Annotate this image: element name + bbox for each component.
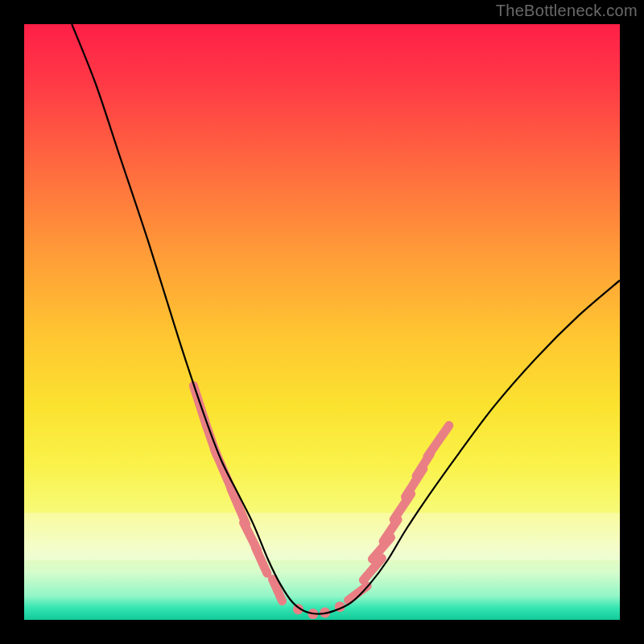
- watermark-text: TheBottleneck.com: [496, 2, 638, 20]
- bottleneck-curve: [72, 24, 620, 614]
- chart-stage: TheBottleneck.com: [0, 0, 644, 644]
- marker-layer: [193, 386, 448, 619]
- marker-segment: [427, 426, 449, 457]
- chart-svg: [24, 24, 620, 620]
- marker-segment: [272, 580, 282, 601]
- plot-area: [24, 24, 620, 620]
